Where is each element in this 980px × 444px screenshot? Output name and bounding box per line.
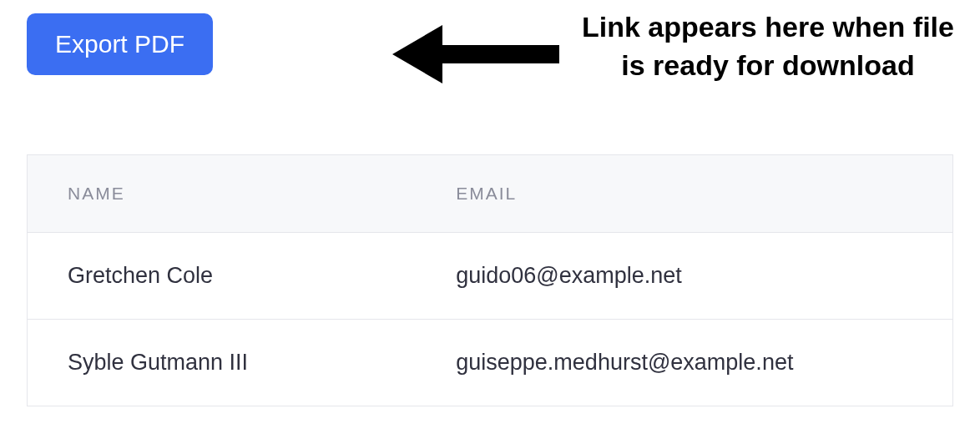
svg-marker-0 (392, 25, 559, 83)
table-header-row: NAME EMAIL (28, 155, 953, 233)
column-header-email: EMAIL (416, 155, 952, 233)
table-row: Syble Gutmann III guiseppe.medhurst@exam… (28, 320, 953, 406)
table-row: Gretchen Cole guido06@example.net (28, 233, 953, 320)
export-pdf-button[interactable]: Export PDF (27, 13, 213, 75)
annotation-arrow (392, 17, 559, 92)
users-table: NAME EMAIL Gretchen Cole guido06@example… (27, 154, 953, 406)
annotation-text: Link appears here when file is ready for… (568, 8, 968, 85)
cell-email: guiseppe.medhurst@example.net (416, 320, 952, 406)
arrow-left-icon (392, 17, 559, 92)
header-row: Export PDF Link appears here when file i… (0, 0, 980, 154)
cell-name: Gretchen Cole (28, 233, 417, 320)
main-container: Export PDF Link appears here when file i… (0, 0, 980, 406)
column-header-name: NAME (28, 155, 417, 233)
cell-name: Syble Gutmann III (28, 320, 417, 406)
cell-email: guido06@example.net (416, 233, 952, 320)
